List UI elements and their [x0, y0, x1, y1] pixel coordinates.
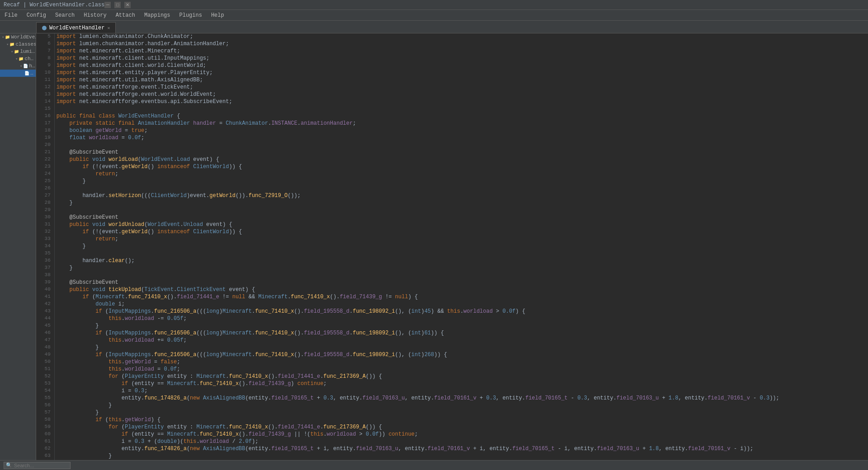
line-content: @SubscribeEvent [54, 279, 868, 287]
line-number: 13 [36, 91, 54, 99]
minimize-button[interactable]: ─ [104, 2, 111, 8]
menu-item-history[interactable]: History [79, 11, 111, 20]
sidebar-node[interactable]: ▾📄 h… [0, 62, 36, 70]
menu-item-search[interactable]: Search [51, 11, 79, 20]
table-row: 43 if (InputMappings.func_216506_a(((lon… [36, 308, 868, 315]
line-content: } [54, 453, 868, 460]
menu-bar: FileConfigSearchHistoryAttachMappingsPlu… [0, 10, 868, 21]
sidebar-node-label: h… [29, 63, 35, 69]
sidebar-node[interactable]: ▾📁 lumi… [0, 48, 36, 55]
table-row: 63 } [36, 453, 868, 460]
menu-item-help[interactable]: Help [207, 11, 229, 20]
line-content: if (InputMappings.func_216506_a(((long)M… [54, 330, 868, 337]
table-row: 15 [36, 106, 868, 113]
line-content: import net.minecraft.client.world.Client… [54, 62, 868, 70]
folder-icon: 📄 [24, 71, 29, 76]
line-content [54, 106, 868, 113]
line-content: import net.minecraftforge.eventbus.api.S… [54, 99, 868, 106]
line-number: 44 [36, 315, 54, 323]
line-number: 12 [36, 84, 54, 91]
table-row: 18 boolean getWorld = true; [36, 127, 868, 135]
sidebar-node[interactable]: 📄 … [0, 70, 36, 77]
sidebar-node[interactable]: ▾📁 ch… [0, 55, 36, 62]
line-number: 30 [36, 214, 54, 221]
title-bar: Recaf | WorldEventHandler.class ─ □ ✕ [0, 0, 868, 10]
line-number: 37 [36, 265, 54, 272]
table-row: 60 if (entity == Minecraft.func_71410_x(… [36, 431, 868, 438]
table-row: 12import net.minecraftforge.event.TickEv… [36, 84, 868, 91]
sidebar-node-label: lumi… [20, 49, 35, 54]
line-number: 8 [36, 55, 54, 62]
line-content: for (PlayerEntity entity : Minecraft.fun… [54, 373, 868, 381]
table-row: 32 if (!(event.getWorld() instanceof Cli… [36, 229, 868, 236]
close-button[interactable]: ✕ [124, 2, 131, 8]
line-number: 51 [36, 366, 54, 373]
line-content: import net.minecraft.client.Minecraft; [54, 48, 868, 55]
table-row: 33 return; [36, 236, 868, 243]
table-row: 20 [36, 142, 868, 149]
line-content [54, 207, 868, 214]
line-number: 45 [36, 323, 54, 330]
line-number: 29 [36, 207, 54, 214]
line-content: } [54, 200, 868, 207]
line-content: import net.minecraft.util.math.AxisAlign… [54, 77, 868, 84]
menu-item-file[interactable]: File [0, 11, 22, 20]
line-number: 25 [36, 178, 54, 185]
table-row: 34 } [36, 243, 868, 250]
search-input[interactable] [14, 463, 68, 468]
line-number: 33 [36, 236, 54, 243]
sidebar-node[interactable]: ▾📁 classes [0, 41, 36, 48]
menu-item-mappings[interactable]: Mappings [140, 11, 175, 20]
line-number: 34 [36, 243, 54, 250]
line-content: float worldload = 0.0f; [54, 135, 868, 142]
table-row: 17 private static final AnimationHandler… [36, 120, 868, 127]
tab-label: WorldEventHandler [49, 25, 104, 31]
line-number: 28 [36, 200, 54, 207]
tab-worldeventhandler[interactable]: WorldEventHandler✕ [36, 22, 116, 33]
line-number: 47 [36, 337, 54, 344]
line-content: import lumien.chunkanimator.handler.Anim… [54, 41, 868, 48]
tab-close-button[interactable]: ✕ [107, 25, 110, 31]
table-row: 38 [36, 272, 868, 279]
sidebar-node[interactable]: ▾📁 WorldEve… [0, 33, 36, 41]
folder-icon: 📁 [5, 35, 10, 40]
line-content [54, 142, 868, 149]
menu-item-config[interactable]: Config [22, 11, 51, 20]
expand-icon: ▾ [6, 42, 9, 47]
table-row: 36 handler.clear(); [36, 258, 868, 265]
line-content: import net.minecraftforge.event.TickEven… [54, 84, 868, 91]
line-number: 41 [36, 294, 54, 301]
table-row: 21 @SubscribeEvent [36, 149, 868, 156]
line-number: 48 [36, 344, 54, 352]
table-row: 16public final class WorldEventHandler { [36, 113, 868, 120]
search-box[interactable]: 🔍 [4, 462, 71, 469]
line-number: 53 [36, 381, 54, 388]
line-content: if (!(event.getWorld() instanceof Client… [54, 229, 868, 236]
table-row: 40 public void tickUpload(TickEvent.Clie… [36, 287, 868, 294]
folder-icon: 📁 [14, 49, 19, 54]
line-content [54, 272, 868, 279]
line-content: this.worldload = 0.0f; [54, 366, 868, 373]
code-area[interactable]: 5import lumien.chunkanimator.ChunkAnimat… [36, 33, 868, 460]
line-content: public void worldUnload(WorldEvent.Unloa… [54, 221, 868, 229]
window-controls[interactable]: ─ □ ✕ [104, 2, 131, 8]
line-content: if (InputMappings.func_216506_a(((long)M… [54, 308, 868, 315]
line-number: 35 [36, 250, 54, 258]
line-content: handler.clear(); [54, 258, 868, 265]
line-content: } [54, 344, 868, 352]
table-row: 44 this.worldload -= 0.05f; [36, 315, 868, 323]
line-content: i = 0.3 + (double)(this.worldload / 2.0f… [54, 438, 868, 446]
code-body: 5import lumien.chunkanimator.ChunkAnimat… [36, 33, 868, 460]
line-content: this.worldload -= 0.05f; [54, 315, 868, 323]
line-content [54, 250, 868, 258]
table-row: 14import net.minecraftforge.eventbus.api… [36, 99, 868, 106]
menu-item-plugins[interactable]: Plugins [175, 11, 207, 20]
maximize-button[interactable]: □ [114, 2, 121, 8]
line-content: if (this.getWorld) { [54, 417, 868, 424]
line-number: 54 [36, 388, 54, 395]
sidebar-node-label: WorldEve… [11, 34, 36, 40]
line-number: 58 [36, 417, 54, 424]
line-number: 42 [36, 301, 54, 308]
line-content: if (entity == Minecraft.func_71410_x().f… [54, 431, 868, 438]
menu-item-attach[interactable]: Attach [111, 11, 140, 20]
